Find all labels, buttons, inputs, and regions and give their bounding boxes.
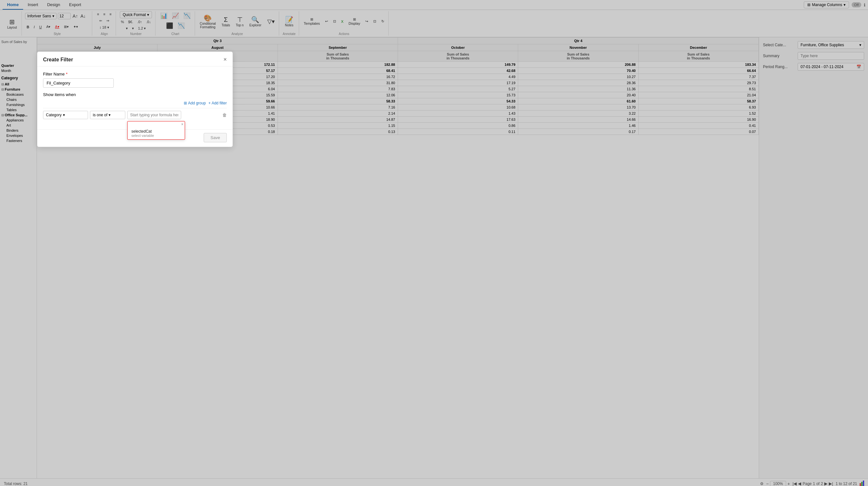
modal-title: Create Filter (43, 57, 73, 63)
filter-name-label: Filter Name (43, 72, 65, 77)
filter-row-1: Category ▾ is one of ▾ × selectedC (43, 108, 227, 122)
modal-overlay: Create Filter × Filter Name * Show items… (0, 0, 868, 486)
filter-delete-button[interactable]: 🗑 (222, 113, 227, 118)
add-filter-label: Add filter (212, 101, 227, 105)
modal-body: Filter Name * Show items when ⊞ Add grou… (37, 66, 232, 127)
filter-field-value: Category (46, 113, 62, 117)
filter-value-input[interactable] (127, 111, 181, 119)
add-group-icon: ⊞ (184, 101, 187, 105)
filter-value-container: × selectedCat select variable (127, 111, 220, 119)
filter-operator-chevron-icon: ▾ (108, 113, 111, 117)
autocomplete-header: × (127, 121, 185, 127)
autocomplete-item-0[interactable]: selectedCat select variable (127, 127, 185, 140)
filter-field-dropdown[interactable]: Category ▾ (43, 111, 88, 119)
autocomplete-item-name-0: selectedCat (131, 129, 181, 133)
autocomplete-item-desc-0: select variable (131, 133, 181, 138)
filter-operator-value: is one of (93, 113, 107, 117)
autocomplete-close-button[interactable]: × (181, 122, 183, 127)
filter-name-input[interactable] (43, 79, 114, 88)
show-items-label: Show items when (43, 92, 227, 97)
autocomplete-dropdown: × selectedCat select variable (127, 121, 185, 140)
modal-close-button[interactable]: × (223, 56, 227, 63)
add-filter-icon: + (209, 101, 211, 105)
filter-operator-dropdown[interactable]: is one of ▾ (90, 111, 125, 119)
add-group-label: Add group (188, 101, 206, 105)
required-star: * (66, 72, 67, 77)
modal-header: Create Filter × (37, 52, 232, 66)
filter-field-chevron-icon: ▾ (63, 113, 65, 117)
add-group-button[interactable]: ⊞ Add group (184, 101, 206, 105)
filter-action-bar: ⊞ Add group + Add filter (43, 99, 227, 108)
create-filter-modal: Create Filter × Filter Name * Show items… (37, 51, 233, 147)
save-button[interactable]: Save (204, 133, 227, 142)
filter-name-label-row: Filter Name * (43, 72, 227, 77)
add-filter-button[interactable]: + Add filter (209, 101, 227, 105)
